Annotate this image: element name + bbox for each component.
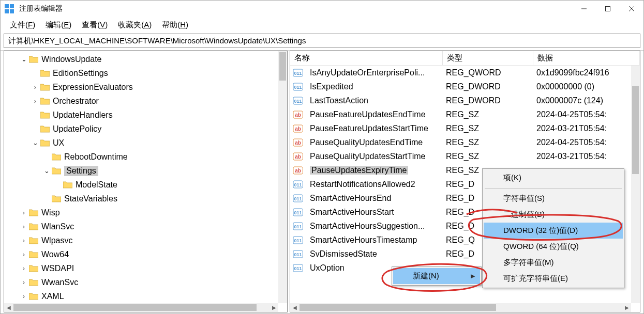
submenu-item[interactable]: 项(K): [484, 170, 623, 186]
menu-f[interactable]: 文件(F): [6, 19, 39, 31]
tree-item[interactable]: ⌄UX: [4, 136, 287, 150]
tree-item-label: UpdateHandlers: [53, 111, 113, 120]
minimize-button[interactable]: [572, 1, 596, 17]
folder-icon: [40, 97, 50, 105]
list-header[interactable]: 名称 类型 数据: [290, 51, 640, 66]
col-name[interactable]: 名称: [290, 51, 443, 65]
tree-item[interactable]: StateVariables: [4, 192, 287, 206]
tree-item-label: UpdatePolicy: [53, 124, 101, 134]
menu-e[interactable]: 编辑(E): [41, 19, 76, 31]
tree-item[interactable]: ›Orchestrator: [4, 94, 287, 108]
tree-item[interactable]: ›XAML: [4, 289, 287, 303]
tree-item[interactable]: RebootDowntime: [4, 150, 287, 164]
svg-rect-9: [606, 7, 610, 11]
address-bar[interactable]: 计算机\HKEY_LOCAL_MACHINE\SOFTWARE\Microsof…: [4, 34, 640, 48]
tree-item[interactable]: UpdatePolicy: [4, 122, 287, 136]
value-name: SmartActiveHoursTimestamp: [306, 236, 442, 245]
list-row[interactable]: IsExpeditedREG_DWORD0x00000000 (0): [290, 80, 640, 93]
value-name: SmartActiveHoursSuggestion...: [306, 222, 442, 231]
tree-item[interactable]: ⌄WindowsUpdate: [4, 52, 287, 66]
chevron-right-icon[interactable]: ›: [20, 250, 28, 258]
menu-a[interactable]: 收藏夹(A): [114, 19, 156, 31]
value-data: 2024-04-25T05:54:: [532, 138, 640, 147]
tree-item[interactable]: ›Wlpasvc: [4, 233, 287, 247]
list-row[interactable]: PauseQualityUpdatesStartTimeREG_SZ2024-0…: [290, 149, 640, 163]
tree-item-label: UX: [53, 138, 64, 148]
chevron-down-icon[interactable]: ⌄: [31, 139, 39, 147]
tree-item[interactable]: UpdateHandlers: [4, 108, 287, 122]
list-vscrollbar[interactable]: [631, 66, 640, 303]
string-value-icon: [293, 124, 303, 133]
list-row[interactable]: PauseQualityUpdatesEndTimeREG_SZ2024-04-…: [290, 135, 640, 149]
value-name: IsAnyUpdateOrEnterprisePoli...: [306, 68, 442, 77]
value-data: 0x1d9099fbc24f916: [532, 68, 640, 77]
context-menu-new[interactable]: 新建(N) ▶: [393, 268, 480, 284]
titlebar[interactable]: 注册表编辑器: [1, 1, 643, 17]
col-type[interactable]: 类型: [443, 51, 533, 65]
submenu-item[interactable]: DWORD (32 位)值(D): [484, 223, 623, 239]
chevron-right-icon[interactable]: ›: [20, 237, 28, 244]
value-name: PauseQualityUpdatesEndTime: [306, 138, 442, 147]
chevron-right-icon[interactable]: ›: [20, 209, 28, 216]
binary-value-icon: [293, 236, 303, 245]
tree-vscrollbar[interactable]: [278, 51, 287, 303]
tree-item[interactable]: ›WwanSvc: [4, 275, 287, 289]
list-row[interactable]: IsAnyUpdateOrEnterprisePoli...REG_QWORD0…: [290, 66, 640, 80]
new-submenu[interactable]: 项(K)字符串值(S)二进制值(B)DWORD (32 位)值(D)QWORD …: [482, 168, 624, 288]
submenu-item[interactable]: 二进制值(B): [484, 207, 623, 223]
chevron-right-icon[interactable]: ›: [20, 223, 28, 230]
submenu-item[interactable]: 多字符串值(M): [484, 255, 623, 271]
value-data: 0x0000007c (124): [532, 96, 640, 105]
tree-item[interactable]: ModelState: [4, 178, 287, 192]
folder-icon: [52, 167, 61, 175]
tree-item[interactable]: EditionSettings: [4, 66, 287, 80]
value-name: SvDismissedState: [306, 249, 442, 259]
menu-h[interactable]: 帮助(H): [158, 19, 192, 31]
tree-item-label: WindowsUpdate: [41, 55, 102, 64]
tree-item-label: Wlpasvc: [41, 236, 72, 245]
string-value-icon: [293, 152, 303, 161]
value-type: REG_SZ: [442, 152, 532, 161]
folder-icon: [63, 181, 72, 189]
value-data: 0x00000000 (0): [532, 82, 640, 91]
tree-item[interactable]: ›ExpressionEvaluators: [4, 80, 287, 94]
list-row[interactable]: PauseFeatureUpdatesEndTimeREG_SZ2024-04-…: [290, 107, 640, 121]
tree-item[interactable]: ›Wisp: [4, 206, 287, 219]
value-name: PauseUpdatesExpiryTime: [306, 166, 442, 175]
list-row[interactable]: PauseFeatureUpdatesStartTimeREG_SZ2024-0…: [290, 121, 640, 135]
context-menu[interactable]: 新建(N) ▶: [392, 266, 482, 286]
tree-item[interactable]: ⌄Settings: [4, 164, 287, 178]
value-type: REG_SZ: [442, 124, 532, 133]
list-hscrollbar[interactable]: ◀▶: [290, 303, 631, 312]
chevron-right-icon[interactable]: ›: [31, 97, 39, 105]
chevron-down-icon[interactable]: ⌄: [20, 55, 28, 63]
submenu-item[interactable]: 可扩充字符串值(E): [484, 271, 623, 287]
tree-item-label: Wisp: [41, 208, 60, 217]
folder-icon: [29, 250, 38, 258]
menu-v[interactable]: 查看(V): [78, 19, 112, 31]
chevron-down-icon[interactable]: ⌄: [42, 167, 51, 175]
value-type: REG_DWORD: [442, 82, 532, 91]
tree-item[interactable]: ›WSDAPI: [4, 261, 287, 275]
close-button[interactable]: [620, 1, 643, 17]
col-data[interactable]: 数据: [533, 51, 640, 65]
tree-item[interactable]: ›WlanSvc: [4, 219, 287, 233]
maximize-button[interactable]: [596, 1, 620, 17]
address-path: 计算机\HKEY_LOCAL_MACHINE\SOFTWARE\Microsof…: [8, 36, 306, 46]
submenu-item[interactable]: QWORD (64 位)值(Q): [484, 239, 623, 255]
tree-hscrollbar[interactable]: ◀▶: [4, 303, 278, 312]
value-data: 2024-03-21T05:54:: [532, 124, 640, 133]
tree-item[interactable]: ›Wow64: [4, 247, 287, 261]
tree-view[interactable]: ⌄WindowsUpdateEditionSettings›Expression…: [4, 51, 287, 312]
chevron-right-icon[interactable]: ›: [31, 83, 39, 91]
list-row[interactable]: LastToastActionREG_DWORD0x0000007c (124): [290, 93, 640, 107]
folder-icon: [52, 195, 61, 202]
chevron-right-icon[interactable]: ›: [20, 264, 28, 272]
submenu-item[interactable]: 字符串值(S): [484, 191, 623, 207]
binary-value-icon: [293, 180, 303, 189]
chevron-right-icon[interactable]: ›: [20, 292, 28, 300]
chevron-right-icon[interactable]: ›: [20, 278, 28, 286]
tree-item-label: WwanSvc: [41, 278, 78, 287]
binary-value-icon: [293, 222, 303, 231]
tree-item-label: Settings: [64, 166, 98, 176]
